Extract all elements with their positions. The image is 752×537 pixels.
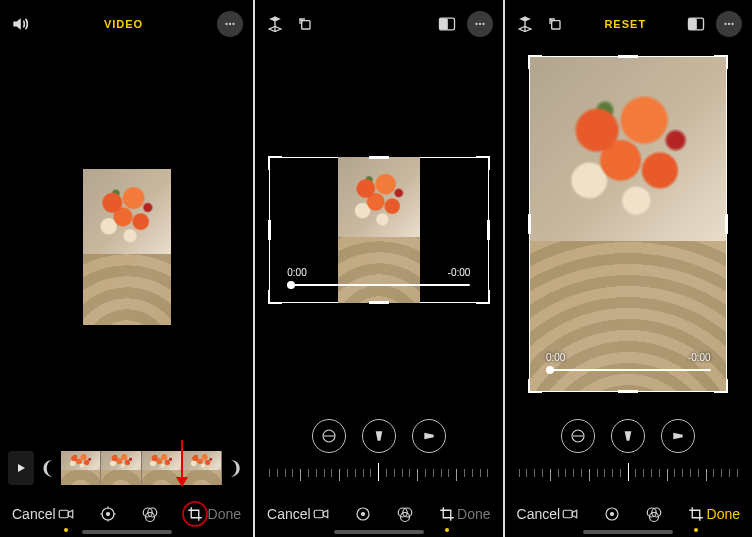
cancel-button[interactable]: Cancel — [517, 506, 561, 522]
crop-frame[interactable]: 0:00 -0:00 — [269, 157, 489, 303]
adjust-mode-tab[interactable] — [98, 504, 118, 524]
svg-point-37 — [611, 513, 614, 516]
home-indicator — [82, 530, 172, 534]
aspect-ratio-icon[interactable] — [686, 14, 706, 34]
filters-mode-tab[interactable] — [644, 504, 664, 524]
adjust-mode-tab[interactable] — [602, 504, 622, 524]
time-end: -0:00 — [688, 352, 711, 363]
crop-corner-tl[interactable] — [528, 55, 542, 69]
mode-tabs — [311, 504, 457, 524]
timeline-thumbnails[interactable] — [61, 451, 222, 485]
svg-rect-3 — [59, 510, 68, 518]
crop-corner-br[interactable] — [476, 290, 490, 304]
rotate-icon[interactable] — [295, 14, 315, 34]
horizontal-perspective-tool[interactable] — [412, 419, 446, 453]
timeline-frame[interactable] — [61, 451, 101, 485]
timeline-frame[interactable] — [101, 451, 141, 485]
svg-point-32 — [731, 23, 733, 25]
svg-point-30 — [724, 23, 726, 25]
crop-mid-b[interactable] — [369, 301, 389, 304]
crop-mid-l[interactable] — [528, 214, 531, 234]
svg-rect-27 — [551, 21, 559, 29]
crop-mid-t[interactable] — [369, 156, 389, 159]
crop-tools — [255, 411, 502, 461]
home-indicator — [583, 530, 673, 534]
topbar: RESET — [505, 0, 752, 48]
vertical-perspective-tool[interactable] — [362, 419, 396, 453]
volume-icon[interactable] — [10, 14, 30, 34]
reset-button[interactable]: RESET — [565, 18, 686, 30]
straighten-tool[interactable] — [312, 419, 346, 453]
crop-area: 0:00 -0:00 — [255, 48, 502, 411]
time-start: 0:00 — [546, 352, 565, 363]
more-button[interactable] — [217, 11, 243, 37]
adjust-mode-tab[interactable] — [353, 504, 373, 524]
aspect-ratio-icon[interactable] — [437, 14, 457, 34]
filters-mode-tab[interactable] — [395, 504, 415, 524]
angle-ruler[interactable] — [519, 461, 738, 489]
crop-area: 0:00 -0:00 — [505, 48, 752, 411]
screen-2: 0:00 -0:00 — [255, 0, 502, 537]
crop-corner-bl[interactable] — [528, 379, 542, 393]
annotation-arrow — [181, 440, 183, 486]
topbar-title[interactable]: VIDEO — [30, 18, 217, 30]
filters-mode-tab[interactable] — [140, 504, 160, 524]
trim-handle-right[interactable]: ❩ — [226, 457, 245, 479]
ruler-center — [628, 463, 629, 481]
scrubber-track[interactable] — [546, 369, 711, 371]
scrubber-thumb[interactable] — [287, 281, 295, 289]
video-mode-tab[interactable] — [56, 504, 76, 524]
svg-point-0 — [225, 23, 227, 25]
flip-vertical-icon[interactable] — [515, 14, 535, 34]
rotate-icon[interactable] — [545, 14, 565, 34]
scrubber-thumb[interactable] — [546, 366, 554, 374]
svg-rect-29 — [689, 18, 697, 30]
preview-area — [0, 48, 253, 445]
svg-rect-21 — [314, 510, 323, 518]
horizontal-perspective-tool[interactable] — [661, 419, 695, 453]
svg-rect-13 — [302, 21, 310, 29]
svg-point-18 — [482, 23, 484, 25]
video-preview[interactable] — [530, 57, 726, 391]
crop-corner-br[interactable] — [714, 379, 728, 393]
svg-point-1 — [229, 23, 231, 25]
video-preview[interactable] — [338, 157, 420, 303]
crop-mid-t[interactable] — [618, 55, 638, 58]
more-button[interactable] — [467, 11, 493, 37]
svg-point-2 — [232, 23, 234, 25]
crop-corner-tr[interactable] — [714, 55, 728, 69]
crop-mid-r[interactable] — [725, 214, 728, 234]
vertical-perspective-tool[interactable] — [611, 419, 645, 453]
done-button: Done — [457, 506, 490, 522]
cancel-button[interactable]: Cancel — [12, 506, 56, 522]
crop-mid-b[interactable] — [618, 390, 638, 393]
crop-mode-tab[interactable] — [182, 501, 208, 527]
crop-corner-bl[interactable] — [268, 290, 282, 304]
flip-vertical-icon[interactable] — [265, 14, 285, 34]
screen-3: RESET 0:00 — [505, 0, 752, 537]
crop-corner-tr[interactable] — [476, 156, 490, 170]
straighten-tool[interactable] — [561, 419, 595, 453]
done-button: Done — [208, 506, 241, 522]
crop-corner-tl[interactable] — [268, 156, 282, 170]
crop-mid-r[interactable] — [487, 220, 490, 240]
topbar: VIDEO — [0, 0, 253, 48]
video-mode-tab[interactable] — [560, 504, 580, 524]
crop-frame[interactable]: 0:00 -0:00 — [529, 56, 727, 392]
play-button[interactable] — [8, 451, 34, 485]
topbar — [255, 0, 502, 48]
svg-point-23 — [361, 513, 364, 516]
trim-handle-left[interactable]: ❨ — [38, 457, 57, 479]
svg-point-17 — [478, 23, 480, 25]
more-button[interactable] — [716, 11, 742, 37]
scrubber-track[interactable] — [287, 284, 470, 286]
video-mode-tab[interactable] — [311, 504, 331, 524]
cancel-button[interactable]: Cancel — [267, 506, 311, 522]
video-preview[interactable] — [83, 169, 171, 325]
angle-ruler[interactable] — [269, 461, 488, 489]
crop-mid-l[interactable] — [268, 220, 271, 240]
crop-mode-tab[interactable] — [686, 504, 706, 524]
home-indicator — [334, 530, 424, 534]
crop-mode-tab[interactable] — [437, 504, 457, 524]
done-button[interactable]: Done — [707, 506, 740, 522]
